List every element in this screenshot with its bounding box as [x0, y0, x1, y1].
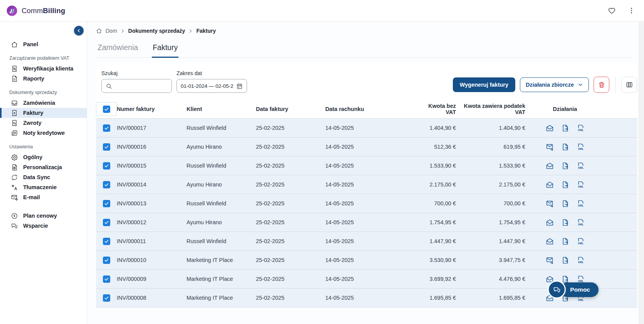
- export-document-icon[interactable]: [561, 143, 569, 151]
- col-header-invoice-number[interactable]: Numer faktury: [117, 106, 187, 112]
- export-document-icon[interactable]: [561, 256, 569, 264]
- breadcrumb-item-faktury[interactable]: Faktury: [196, 28, 216, 34]
- export-document-icon[interactable]: [561, 237, 569, 245]
- sidebar-item-noty-kredytowe[interactable]: Noty kredytowe: [0, 128, 87, 138]
- table-row[interactable]: INV/000012 Ayumu Hirano 25-02-2025 14-05…: [96, 213, 637, 232]
- sidebar-item-zwroty[interactable]: Zwroty: [0, 118, 87, 128]
- select-all-checkbox[interactable]: [103, 106, 110, 113]
- svg-text:XML: XML: [578, 128, 584, 131]
- translate-icon: [11, 184, 18, 191]
- table-row[interactable]: INV/000016 Ayumu Hirano 25-02-2025 14-05…: [96, 138, 637, 156]
- sidebar-collapse-button[interactable]: [74, 26, 84, 35]
- export-xml-icon[interactable]: XML: [577, 162, 585, 170]
- col-header-net-amount[interactable]: Kwota bez VAT: [420, 103, 459, 115]
- sidebar-item-plan-cenowy[interactable]: €Plan cenowy: [0, 211, 87, 221]
- sidebar-item-zamowienia[interactable]: Zamówienia: [0, 98, 87, 108]
- export-xml-icon[interactable]: XML: [577, 275, 585, 283]
- export-xml-icon[interactable]: XML: [577, 124, 585, 132]
- scrollbar[interactable]: [639, 22, 644, 324]
- invoice-number: INV/000009: [117, 276, 187, 282]
- export-xml-icon[interactable]: XML: [577, 143, 585, 151]
- mail-send-icon[interactable]: [546, 200, 554, 208]
- sidebar-item-tlumaczenie[interactable]: Tłumaczenie: [0, 182, 87, 192]
- columns-settings-button[interactable]: [621, 77, 637, 93]
- col-header-client[interactable]: Klient: [187, 106, 256, 112]
- export-document-icon[interactable]: [561, 124, 569, 132]
- row-checkbox[interactable]: [103, 257, 110, 264]
- sidebar-item-weryfikacja-klienta[interactable]: Weryfikacja klienta: [0, 64, 87, 74]
- sidebar-item-personalizacja[interactable]: Personalizacja: [0, 162, 87, 172]
- mail-open-icon[interactable]: [546, 162, 554, 170]
- table-row[interactable]: INV/000010 Marketing IT Place 25-02-2025…: [96, 251, 637, 270]
- tab-zamowienia[interactable]: Zamówienia: [97, 42, 139, 58]
- search-input[interactable]: [115, 83, 168, 89]
- mail-open-icon[interactable]: [546, 237, 554, 245]
- export-document-icon[interactable]: [561, 200, 569, 208]
- table-row[interactable]: INV/000011 Russell Winfield 25-02-2025 1…: [96, 232, 637, 251]
- home-icon[interactable]: [96, 28, 102, 34]
- sidebar-item-data-sync[interactable]: Data Sync: [0, 172, 87, 182]
- sidebar-item-label: Plan cenowy: [23, 213, 57, 219]
- help-button[interactable]: Pomoc: [560, 282, 599, 297]
- delete-button[interactable]: [594, 77, 609, 93]
- invoice-number: INV/000017: [117, 125, 187, 131]
- col-header-bill-date[interactable]: Data rachunku: [325, 106, 420, 112]
- row-checkbox[interactable]: [103, 275, 110, 283]
- bill-date: 14-05-2025: [325, 200, 420, 206]
- col-header-invoice-date[interactable]: Data faktury: [256, 106, 325, 112]
- sidebar-item-e-mail[interactable]: E-mail: [0, 192, 87, 202]
- mail-open-icon[interactable]: [546, 218, 554, 227]
- row-checkbox[interactable]: [103, 162, 110, 170]
- sidebar-item-wsparcie[interactable]: Wsparcie: [0, 221, 87, 231]
- table-row[interactable]: INV/000015 Russell Winfield 25-02-2025 1…: [96, 156, 637, 175]
- export-xml-icon[interactable]: XML: [577, 237, 585, 245]
- invoice-date: 25-02-2025: [256, 219, 325, 225]
- amount-gross: 1.404,90 €: [459, 125, 528, 131]
- table-row[interactable]: INV/000014 Ayumu Hirano 25-02-2025 14-05…: [96, 175, 637, 194]
- main-content: Dom Dokumenty sprzedaży Faktury Zamówien…: [87, 22, 644, 324]
- mail-open-icon[interactable]: [546, 124, 554, 132]
- export-document-icon[interactable]: [561, 181, 569, 189]
- amount-gross: 2.175,00 €: [459, 181, 528, 188]
- tab-faktury[interactable]: Faktury: [152, 42, 178, 58]
- row-checkbox[interactable]: [103, 143, 110, 151]
- row-checkbox[interactable]: [103, 200, 110, 207]
- table-header-row: Numer faktury Klient Data faktury Data r…: [96, 102, 637, 116]
- bulk-actions-button[interactable]: Działania zbiorcze: [520, 77, 589, 92]
- sidebar-item-panel[interactable]: Panel: [0, 39, 87, 49]
- app-logo[interactable]: CommBilling: [6, 5, 65, 17]
- calendar-icon[interactable]: [236, 83, 243, 89]
- generate-invoices-button[interactable]: Wygeneruj faktury: [453, 77, 515, 92]
- favorites-heart-icon[interactable]: [608, 7, 616, 15]
- col-header-gross-amount[interactable]: Kwota zawiera podatek VAT: [459, 103, 528, 115]
- export-xml-icon[interactable]: XML: [577, 218, 585, 227]
- row-checkbox[interactable]: [103, 219, 110, 226]
- export-document-icon[interactable]: [561, 275, 569, 283]
- search-input-box[interactable]: [101, 79, 172, 93]
- sidebar-item-raporty[interactable]: Raporty: [0, 74, 87, 84]
- breadcrumb-item-dom[interactable]: Dom: [106, 28, 117, 34]
- svg-text:XML: XML: [578, 166, 584, 169]
- row-checkbox[interactable]: [103, 181, 110, 188]
- export-document-icon[interactable]: [561, 218, 569, 227]
- sidebar-item-ogolny[interactable]: Ogólny: [0, 152, 87, 162]
- amount-gross: 1.695,85 €: [459, 295, 528, 301]
- date-range-input[interactable]: 01-01-2024 — 02-05-202: [177, 79, 247, 93]
- invoice-date: 25-02-2025: [256, 125, 325, 131]
- row-checkbox[interactable]: [103, 124, 110, 132]
- mail-open-icon[interactable]: [546, 181, 554, 189]
- mail-send-icon[interactable]: [546, 143, 554, 151]
- mail-send-icon[interactable]: [546, 256, 554, 264]
- export-xml-icon[interactable]: XML: [577, 256, 585, 264]
- row-checkbox[interactable]: [103, 294, 110, 302]
- table-row[interactable]: INV/000017 Russell Winfield 25-02-2025 1…: [96, 119, 637, 138]
- logo-icon: [6, 5, 18, 17]
- export-xml-icon[interactable]: XML: [577, 181, 585, 189]
- export-xml-icon[interactable]: XML: [577, 200, 585, 208]
- sidebar-item-faktury[interactable]: €Faktury: [0, 108, 87, 118]
- row-checkbox[interactable]: [103, 238, 110, 245]
- overflow-menu-icon[interactable]: [627, 7, 636, 15]
- table-row[interactable]: INV/000013 Russell Winfield 25-02-2025 1…: [96, 194, 637, 213]
- export-document-icon[interactable]: [561, 162, 569, 170]
- breadcrumb-item-dokumenty-sprzedazy[interactable]: Dokumenty sprzedaży: [128, 28, 185, 34]
